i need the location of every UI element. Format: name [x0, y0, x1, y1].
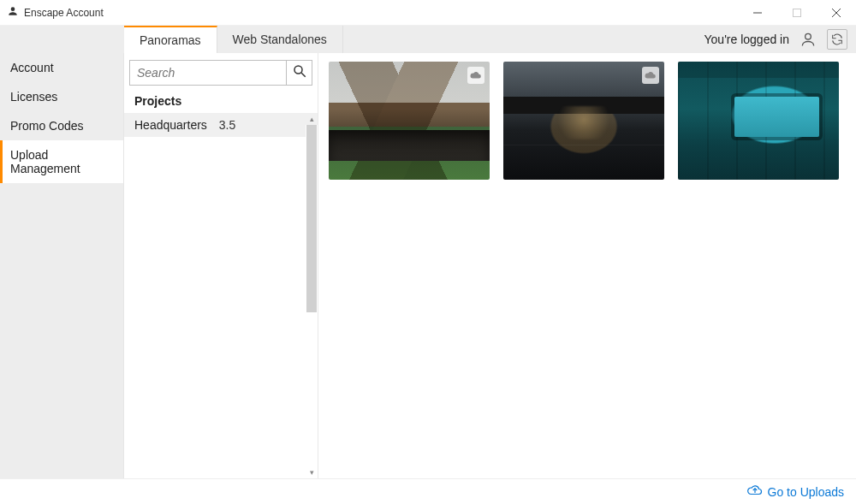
search-icon [292, 63, 307, 82]
projects-list: Headquarters 3.5 ▴ ▾ [124, 113, 318, 478]
sidebar: Account Licenses Promo Codes Upload Mana… [0, 53, 124, 478]
svg-point-5 [294, 66, 302, 74]
scroll-thumb[interactable] [306, 125, 317, 312]
thumbnail-panorama-2[interactable] [503, 62, 664, 180]
sidebar-item-label: Promo Codes [10, 119, 84, 133]
search-input[interactable] [137, 66, 279, 80]
projects-scrollbar[interactable]: ▴ ▾ [306, 113, 318, 478]
scroll-down-icon[interactable]: ▾ [306, 466, 318, 478]
scroll-up-icon[interactable]: ▴ [306, 113, 318, 125]
sidebar-header-spacer [0, 26, 124, 53]
thumbnail-panorama-3[interactable] [678, 62, 839, 180]
scroll-track[interactable] [306, 125, 318, 466]
maximize-button[interactable] [777, 0, 817, 26]
titlebar-left: Enscape Account [7, 5, 104, 21]
top-row-right: You're logged in [704, 26, 856, 53]
project-name: Headquarters [134, 118, 207, 132]
search-row [124, 53, 318, 91]
sidebar-item-label: Account [10, 61, 54, 74]
sidebar-item-promo-codes[interactable]: Promo Codes [0, 111, 123, 140]
user-icon[interactable] [798, 29, 818, 50]
tab-label: Web Standalones [233, 33, 327, 46]
project-item[interactable]: Headquarters 3.5 [124, 113, 318, 137]
search-box[interactable] [129, 60, 287, 86]
close-button[interactable] [817, 0, 856, 26]
projects-heading: Projects [124, 91, 318, 113]
app-icon [7, 5, 19, 21]
login-status: You're logged in [704, 33, 789, 46]
cloud-icon [642, 67, 659, 84]
sidebar-item-licenses[interactable]: Licenses [0, 82, 123, 111]
sidebar-item-label: Licenses [10, 90, 57, 104]
sidebar-item-account[interactable]: Account [0, 53, 123, 82]
go-to-uploads-label: Go to Uploads [768, 485, 845, 499]
thumbnail-grid [329, 62, 846, 180]
projects-column: Projects Headquarters 3.5 ▴ ▾ [124, 53, 318, 478]
tab-label: Panoramas [140, 33, 201, 47]
footer: Go to Uploads [0, 478, 856, 504]
minimize-button[interactable] [738, 0, 777, 26]
refresh-icon[interactable] [827, 29, 847, 50]
svg-rect-1 [794, 9, 801, 16]
window-title: Enscape Account [24, 7, 104, 19]
search-button[interactable] [287, 60, 312, 86]
sidebar-item-label: Upload Management [10, 148, 80, 175]
svg-point-4 [805, 33, 811, 39]
titlebar: Enscape Account [0, 0, 856, 26]
main: Account Licenses Promo Codes Upload Mana… [0, 53, 856, 478]
svg-line-6 [301, 73, 306, 77]
cloud-icon [467, 67, 484, 84]
go-to-uploads-link[interactable]: Go to Uploads [747, 483, 845, 501]
project-version: 3.5 [219, 118, 235, 132]
sidebar-item-upload-management[interactable]: Upload Management [0, 140, 123, 183]
tab-web-standalones[interactable]: Web Standalones [217, 26, 343, 53]
tabs: Panoramas Web Standalones [124, 26, 343, 53]
cloud-upload-icon [747, 483, 763, 501]
top-row: Panoramas Web Standalones You're logged … [0, 26, 856, 53]
content-area [318, 53, 856, 478]
window-controls [738, 0, 856, 26]
tab-panoramas[interactable]: Panoramas [124, 26, 217, 53]
thumbnail-panorama-1[interactable] [329, 62, 490, 180]
